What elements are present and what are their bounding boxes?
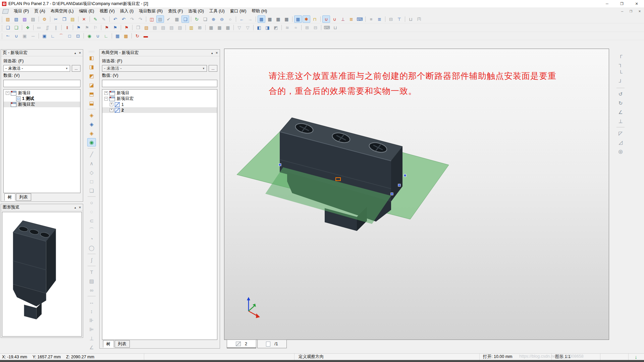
tree-item[interactable]: −新项目宏 — [102, 96, 217, 102]
grid-size-2-button[interactable]: ▦ — [266, 15, 274, 23]
wrench-settings-button[interactable]: ⚙ — [41, 15, 48, 23]
tree-expander-icon[interactable]: + — [110, 108, 113, 112]
grid-colored-button[interactable]: ▦ — [114, 32, 121, 40]
pages-value-input[interactable] — [3, 80, 80, 87]
menu-item-p[interactable]: 项目 (P) — [11, 7, 32, 15]
grid-table-button[interactable]: ▦ — [173, 15, 181, 23]
new-document-button[interactable]: ▧ — [143, 24, 150, 31]
close-icon[interactable]: ✕ — [78, 51, 81, 55]
layout-navigator-green-button[interactable]: ❑ — [12, 24, 20, 31]
layout-tab[interactable]: 列表 — [115, 340, 130, 348]
placement-check-button[interactable]: ⚑ — [75, 24, 83, 31]
view-corner-br-button[interactable]: ┘ — [616, 78, 625, 86]
undo-button[interactable]: ↶ — [111, 15, 119, 23]
pin-icon[interactable]: ▴ — [211, 51, 213, 55]
snap-free-button[interactable]: ⊓ — [311, 15, 319, 23]
grid-size-3-button[interactable]: ▦ — [274, 15, 282, 23]
pages-tab[interactable]: 列表 — [16, 193, 31, 201]
view-cube-left-button[interactable]: ◩ — [87, 72, 96, 80]
magnet-insert-button[interactable]: ∪ — [331, 15, 338, 23]
close-icon[interactable]: ✕ — [215, 51, 218, 55]
update-connections-button[interactable]: ‖ — [63, 24, 71, 31]
menu-item-a[interactable]: 页 (A) — [32, 7, 48, 15]
text-variable-button[interactable]: |T| — [415, 15, 423, 23]
undo-list-button[interactable]: ↶ — [120, 15, 127, 23]
pages-tab[interactable]: 树 — [4, 193, 15, 201]
toolbar-grip[interactable] — [1, 16, 3, 22]
view-iso-se-button[interactable]: ◈ — [87, 111, 96, 119]
menu-item-v[interactable]: 视图 (V) — [97, 7, 117, 15]
menu-item-f[interactable]: 查找 (F) — [165, 7, 185, 15]
zoom-in-button[interactable]: ⊕ — [210, 15, 217, 23]
snap-object-button[interactable]: ✱ — [303, 15, 310, 23]
grid-colored-2-button[interactable]: ▩ — [122, 32, 130, 40]
refresh-red-button[interactable]: ↻ — [133, 32, 141, 40]
tree-item[interactable]: −新项目 — [4, 90, 80, 96]
open-layout-button[interactable]: ▧ — [12, 15, 20, 23]
menu-item-e[interactable]: 编辑 (E) — [76, 7, 97, 15]
menu-item-o[interactable]: 选项 (O) — [185, 7, 207, 15]
reload-button[interactable]: ↻ — [193, 15, 201, 23]
snap-grid-button[interactable]: ▦ — [294, 15, 302, 23]
connection-segment-button[interactable]: ▪– — [4, 32, 12, 40]
view-zoom-corner-button[interactable]: ◸ — [616, 129, 625, 137]
placement-insert-button[interactable]: ⚑ — [111, 24, 119, 31]
keyboard-2-button[interactable]: ⌨ — [323, 24, 331, 31]
connection-logic-button[interactable]: ⊥ — [339, 15, 347, 23]
view-rotate-ccw-button[interactable]: ↺ — [616, 90, 625, 98]
menu-item-u[interactable]: 工具 (U) — [207, 7, 227, 15]
layout-filter-combobox[interactable]: - 未激活 - ▼ — [102, 65, 207, 72]
toolbar-grip[interactable] — [89, 51, 95, 52]
pages-filter-combobox[interactable]: - 未激活 - ▼ — [3, 65, 70, 72]
curve-corner-button[interactable]: ⌒ — [57, 32, 65, 40]
view-zoom-corner-2-button[interactable]: ◿ — [616, 138, 625, 146]
tree-item[interactable]: 新项目宏 — [4, 102, 80, 107]
toolbar-grip[interactable] — [1, 33, 3, 39]
zoom-window-button[interactable]: ❏ — [201, 15, 209, 23]
zoom-all-button[interactable]: ○ — [226, 15, 234, 23]
part-puzzle-button[interactable]: ❖ — [24, 24, 32, 31]
menu-item-r[interactable]: 项目数据 (R) — [136, 7, 165, 15]
device-box-button[interactable]: ⊟ — [387, 15, 395, 23]
cart-2-button[interactable]: ⊔ — [331, 24, 339, 31]
zoom-out-button[interactable]: ⊖ — [218, 15, 226, 23]
keyboard-button[interactable]: ⌨ — [356, 15, 364, 23]
grid-size-1-button[interactable]: ▦ — [258, 15, 265, 23]
view-cube-back-button[interactable]: ◨ — [87, 63, 96, 71]
placement-point-button[interactable]: ◉ — [86, 32, 93, 40]
view-cube-right-button[interactable]: ◪ — [87, 81, 96, 89]
pin-icon[interactable]: ▴ — [74, 206, 76, 209]
tree-expander-icon[interactable]: − — [6, 91, 9, 95]
layout-navigator-blue-button[interactable]: ❑ — [4, 24, 12, 31]
mdi-minimize-button[interactable]: ─ — [618, 7, 627, 15]
check-box-button[interactable]: ✔ — [165, 15, 172, 23]
close-icon[interactable]: ✕ — [78, 206, 81, 209]
window-split-button[interactable]: ◫ — [148, 15, 156, 23]
mdi-close-button[interactable]: ✕ — [635, 7, 644, 15]
tree-expander-icon[interactable]: + — [104, 91, 108, 95]
magnet-path-button[interactable]: ∪ — [12, 32, 20, 40]
layout-filter-browse-button[interactable]: ... — [209, 65, 217, 72]
drill-box-button[interactable]: ⊞ — [196, 24, 204, 31]
grid-view-e-button[interactable]: ▦ — [224, 24, 232, 31]
box-handles-button[interactable]: □ — [66, 32, 73, 40]
preview-canvas[interactable] — [2, 212, 82, 337]
tree-item[interactable]: +1 — [102, 102, 217, 107]
grid-size-4-button[interactable]: ▦ — [283, 15, 290, 23]
corner-green-button[interactable]: ∟ — [102, 32, 110, 40]
copy-button[interactable]: ❐ — [60, 15, 68, 23]
box-text-button[interactable]: ⊡ — [74, 32, 82, 40]
close-layout-button[interactable]: ▧ — [21, 15, 29, 23]
page-preview-button[interactable]: ▨ — [156, 15, 164, 23]
back-button[interactable]: ← — [238, 15, 246, 23]
view-iso-ne-button[interactable]: ◈ — [87, 129, 96, 137]
grid-view-d-button[interactable]: ▦ — [216, 24, 223, 31]
tree-item[interactable]: +新项目 — [102, 90, 217, 96]
align-distribute-button[interactable]: ≣ — [376, 15, 383, 23]
cube-view-front-button[interactable]: ◧ — [255, 24, 263, 31]
view-perpendicular-button[interactable]: ⊥ — [616, 117, 625, 125]
menu-item-w[interactable]: 窗口 (W) — [227, 7, 249, 15]
view-iso-sw-button[interactable]: ◈ — [87, 120, 96, 128]
mdi-restore-button[interactable]: ❐ — [627, 7, 635, 15]
view-cube-top-button[interactable]: ⬒ — [87, 90, 96, 98]
